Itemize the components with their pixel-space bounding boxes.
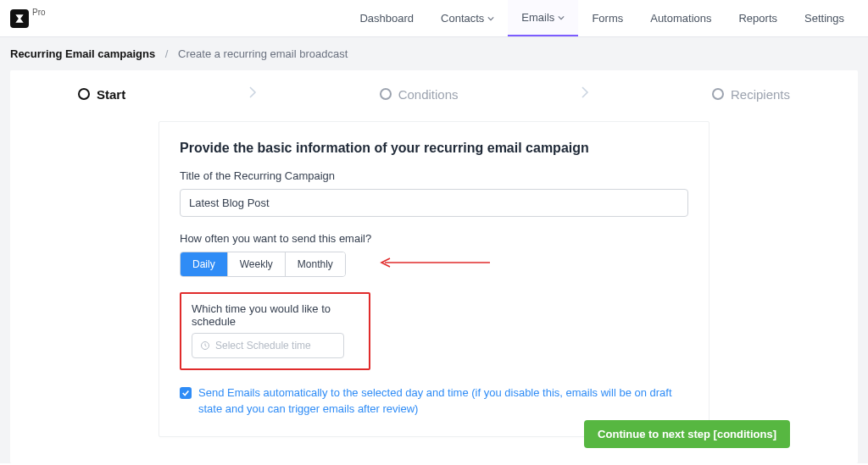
- nav-contacts-label: Contacts: [441, 12, 484, 25]
- nav-automations-label: Automations: [650, 12, 711, 25]
- stepper: Start Conditions Recipients: [10, 86, 858, 102]
- nav-forms[interactable]: Forms: [578, 0, 637, 36]
- chevron-down-icon: [558, 14, 565, 21]
- nav-dashboard[interactable]: Dashboard: [346, 0, 427, 36]
- logo-icon: [10, 9, 29, 28]
- nav-reports-label: Reports: [738, 12, 777, 25]
- nav-reports[interactable]: Reports: [725, 0, 791, 36]
- nav-automations[interactable]: Automations: [637, 0, 725, 36]
- auto-send-label: Send Emails automatically to the selecte…: [198, 385, 688, 418]
- logo-pro-label: Pro: [32, 8, 46, 17]
- frequency-daily-button[interactable]: Daily: [181, 252, 228, 276]
- step-start-label: Start: [97, 87, 125, 102]
- nav-settings-label: Settings: [804, 12, 844, 25]
- card-heading: Provide the basic information of your re…: [180, 141, 688, 156]
- nav-items: Dashboard Contacts Emails Forms Automati…: [346, 0, 858, 36]
- breadcrumb-root[interactable]: Recurring Email campaigns: [10, 47, 155, 60]
- nav-dashboard-label: Dashboard: [359, 12, 414, 25]
- footer-actions: Continue to next step [conditions]: [10, 420, 858, 448]
- nav-settings[interactable]: Settings: [791, 0, 858, 36]
- step-circle-icon: [712, 88, 724, 100]
- continue-button[interactable]: Continue to next step [conditions]: [584, 420, 790, 448]
- frequency-weekly-button[interactable]: Weekly: [228, 252, 286, 276]
- chevron-right-icon: [246, 86, 259, 102]
- step-recipients-label: Recipients: [731, 87, 790, 102]
- nav-emails-label: Emails: [521, 11, 554, 24]
- form-card: Provide the basic information of your re…: [159, 121, 709, 437]
- annotation-arrow-icon: [380, 257, 490, 272]
- page-panel: Start Conditions Recipients Provide the …: [10, 70, 858, 463]
- breadcrumb: Recurring Email campaigns / Create a rec…: [0, 37, 868, 70]
- frequency-monthly-button[interactable]: Monthly: [286, 252, 345, 276]
- chevron-down-icon: [487, 15, 494, 22]
- frequency-toggle: Daily Weekly Monthly: [180, 252, 346, 277]
- step-circle-icon: [380, 88, 392, 100]
- title-label: Title of the Recurring Campaign: [180, 169, 688, 182]
- nav-forms-label: Forms: [592, 12, 623, 25]
- nav-emails[interactable]: Emails: [508, 0, 578, 36]
- step-start[interactable]: Start: [78, 87, 125, 102]
- frequency-label: How often you want to send this email?: [180, 232, 688, 245]
- schedule-placeholder: Select Schedule time: [215, 340, 311, 352]
- chevron-right-icon: [578, 86, 592, 102]
- step-conditions[interactable]: Conditions: [380, 87, 459, 102]
- breadcrumb-current: Create a recurring email broadcast: [178, 47, 348, 60]
- page-area: Start Conditions Recipients Provide the …: [0, 70, 868, 463]
- checkbox-checked-icon[interactable]: [180, 387, 192, 399]
- app-logo[interactable]: Pro: [10, 9, 46, 28]
- campaign-title-input[interactable]: [180, 189, 688, 217]
- step-recipients[interactable]: Recipients: [712, 87, 790, 102]
- schedule-label: Which time you would like to schedule: [192, 302, 359, 328]
- breadcrumb-sep: /: [165, 47, 169, 60]
- top-nav: Pro Dashboard Contacts Emails Forms Auto…: [0, 0, 868, 37]
- auto-send-checkbox-row[interactable]: Send Emails automatically to the selecte…: [180, 385, 688, 418]
- schedule-time-input[interactable]: Select Schedule time: [192, 333, 344, 358]
- clock-icon: [200, 340, 210, 351]
- step-circle-icon: [78, 88, 90, 100]
- nav-contacts[interactable]: Contacts: [427, 0, 508, 36]
- step-conditions-label: Conditions: [398, 87, 459, 102]
- annotation-highlight-box: Which time you would like to schedule Se…: [180, 292, 370, 370]
